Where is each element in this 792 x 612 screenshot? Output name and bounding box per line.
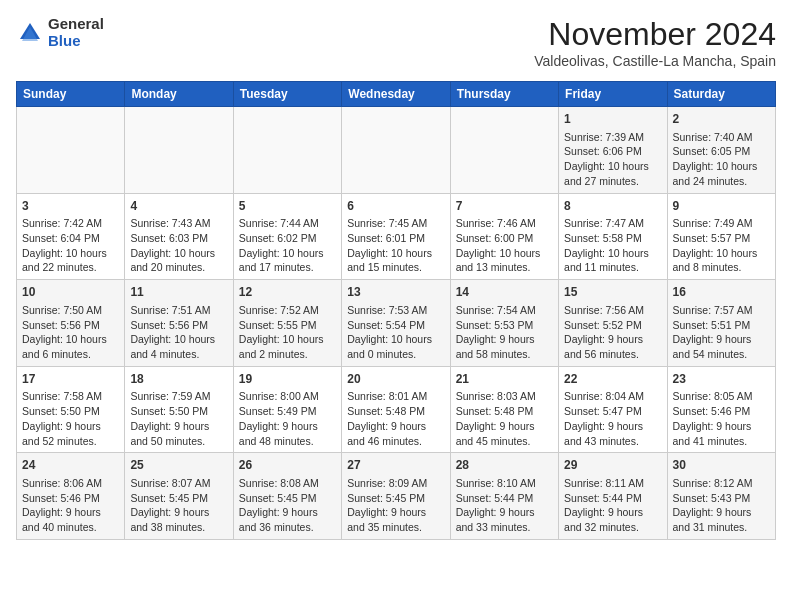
day-number: 21 [456, 371, 553, 388]
day-info: Sunrise: 8:06 AMSunset: 5:46 PMDaylight:… [22, 476, 119, 535]
calendar-header: SundayMondayTuesdayWednesdayThursdayFrid… [17, 82, 776, 107]
day-info: Sunrise: 8:11 AMSunset: 5:44 PMDaylight:… [564, 476, 661, 535]
calendar-cell: 17Sunrise: 7:58 AMSunset: 5:50 PMDayligh… [17, 366, 125, 453]
day-info: Sunrise: 7:43 AMSunset: 6:03 PMDaylight:… [130, 216, 227, 275]
calendar-cell [233, 107, 341, 194]
logo: General Blue [16, 16, 104, 49]
day-number: 25 [130, 457, 227, 474]
calendar-week-row: 24Sunrise: 8:06 AMSunset: 5:46 PMDayligh… [17, 453, 776, 540]
day-number: 16 [673, 284, 770, 301]
day-number: 11 [130, 284, 227, 301]
day-info: Sunrise: 7:50 AMSunset: 5:56 PMDaylight:… [22, 303, 119, 362]
calendar-cell: 22Sunrise: 8:04 AMSunset: 5:47 PMDayligh… [559, 366, 667, 453]
day-info: Sunrise: 7:51 AMSunset: 5:56 PMDaylight:… [130, 303, 227, 362]
day-info: Sunrise: 7:39 AMSunset: 6:06 PMDaylight:… [564, 130, 661, 189]
calendar-cell: 6Sunrise: 7:45 AMSunset: 6:01 PMDaylight… [342, 193, 450, 280]
day-info: Sunrise: 7:46 AMSunset: 6:00 PMDaylight:… [456, 216, 553, 275]
calendar-cell [450, 107, 558, 194]
calendar-cell: 10Sunrise: 7:50 AMSunset: 5:56 PMDayligh… [17, 280, 125, 367]
header-row: SundayMondayTuesdayWednesdayThursdayFrid… [17, 82, 776, 107]
day-number: 10 [22, 284, 119, 301]
calendar-cell: 14Sunrise: 7:54 AMSunset: 5:53 PMDayligh… [450, 280, 558, 367]
calendar-week-row: 10Sunrise: 7:50 AMSunset: 5:56 PMDayligh… [17, 280, 776, 367]
day-info: Sunrise: 7:57 AMSunset: 5:51 PMDaylight:… [673, 303, 770, 362]
day-info: Sunrise: 7:52 AMSunset: 5:55 PMDaylight:… [239, 303, 336, 362]
calendar-cell: 9Sunrise: 7:49 AMSunset: 5:57 PMDaylight… [667, 193, 775, 280]
day-number: 13 [347, 284, 444, 301]
day-info: Sunrise: 7:44 AMSunset: 6:02 PMDaylight:… [239, 216, 336, 275]
calendar-cell: 28Sunrise: 8:10 AMSunset: 5:44 PMDayligh… [450, 453, 558, 540]
day-number: 12 [239, 284, 336, 301]
day-number: 30 [673, 457, 770, 474]
day-of-week-header: Sunday [17, 82, 125, 107]
calendar-cell: 20Sunrise: 8:01 AMSunset: 5:48 PMDayligh… [342, 366, 450, 453]
day-number: 23 [673, 371, 770, 388]
day-info: Sunrise: 8:04 AMSunset: 5:47 PMDaylight:… [564, 389, 661, 448]
day-info: Sunrise: 7:56 AMSunset: 5:52 PMDaylight:… [564, 303, 661, 362]
calendar-cell: 23Sunrise: 8:05 AMSunset: 5:46 PMDayligh… [667, 366, 775, 453]
calendar-cell: 3Sunrise: 7:42 AMSunset: 6:04 PMDaylight… [17, 193, 125, 280]
day-info: Sunrise: 8:10 AMSunset: 5:44 PMDaylight:… [456, 476, 553, 535]
calendar-cell: 24Sunrise: 8:06 AMSunset: 5:46 PMDayligh… [17, 453, 125, 540]
calendar-cell: 1Sunrise: 7:39 AMSunset: 6:06 PMDaylight… [559, 107, 667, 194]
calendar-cell: 29Sunrise: 8:11 AMSunset: 5:44 PMDayligh… [559, 453, 667, 540]
day-number: 15 [564, 284, 661, 301]
calendar-cell: 15Sunrise: 7:56 AMSunset: 5:52 PMDayligh… [559, 280, 667, 367]
day-info: Sunrise: 8:01 AMSunset: 5:48 PMDaylight:… [347, 389, 444, 448]
day-number: 26 [239, 457, 336, 474]
day-number: 29 [564, 457, 661, 474]
page-header: General Blue November 2024 Valdeolivas, … [16, 16, 776, 69]
day-number: 5 [239, 198, 336, 215]
day-info: Sunrise: 7:53 AMSunset: 5:54 PMDaylight:… [347, 303, 444, 362]
day-info: Sunrise: 7:54 AMSunset: 5:53 PMDaylight:… [456, 303, 553, 362]
calendar-cell: 26Sunrise: 8:08 AMSunset: 5:45 PMDayligh… [233, 453, 341, 540]
calendar-cell [342, 107, 450, 194]
day-info: Sunrise: 8:05 AMSunset: 5:46 PMDaylight:… [673, 389, 770, 448]
day-info: Sunrise: 8:12 AMSunset: 5:43 PMDaylight:… [673, 476, 770, 535]
day-info: Sunrise: 7:45 AMSunset: 6:01 PMDaylight:… [347, 216, 444, 275]
calendar-cell [17, 107, 125, 194]
day-number: 7 [456, 198, 553, 215]
calendar-table: SundayMondayTuesdayWednesdayThursdayFrid… [16, 81, 776, 540]
calendar-cell: 11Sunrise: 7:51 AMSunset: 5:56 PMDayligh… [125, 280, 233, 367]
location-subtitle: Valdeolivas, Castille-La Mancha, Spain [534, 53, 776, 69]
day-number: 8 [564, 198, 661, 215]
calendar-cell: 21Sunrise: 8:03 AMSunset: 5:48 PMDayligh… [450, 366, 558, 453]
day-info: Sunrise: 7:49 AMSunset: 5:57 PMDaylight:… [673, 216, 770, 275]
calendar-cell: 2Sunrise: 7:40 AMSunset: 6:05 PMDaylight… [667, 107, 775, 194]
day-number: 3 [22, 198, 119, 215]
calendar-cell: 16Sunrise: 7:57 AMSunset: 5:51 PMDayligh… [667, 280, 775, 367]
day-of-week-header: Wednesday [342, 82, 450, 107]
day-info: Sunrise: 8:00 AMSunset: 5:49 PMDaylight:… [239, 389, 336, 448]
calendar-week-row: 3Sunrise: 7:42 AMSunset: 6:04 PMDaylight… [17, 193, 776, 280]
day-number: 17 [22, 371, 119, 388]
logo-text: General Blue [48, 16, 104, 49]
day-of-week-header: Thursday [450, 82, 558, 107]
calendar-cell: 7Sunrise: 7:46 AMSunset: 6:00 PMDaylight… [450, 193, 558, 280]
calendar-cell: 8Sunrise: 7:47 AMSunset: 5:58 PMDaylight… [559, 193, 667, 280]
calendar-cell: 4Sunrise: 7:43 AMSunset: 6:03 PMDaylight… [125, 193, 233, 280]
calendar-cell: 30Sunrise: 8:12 AMSunset: 5:43 PMDayligh… [667, 453, 775, 540]
logo-blue-label: Blue [48, 33, 104, 50]
day-number: 6 [347, 198, 444, 215]
day-number: 1 [564, 111, 661, 128]
day-number: 9 [673, 198, 770, 215]
calendar-cell: 13Sunrise: 7:53 AMSunset: 5:54 PMDayligh… [342, 280, 450, 367]
calendar-week-row: 1Sunrise: 7:39 AMSunset: 6:06 PMDaylight… [17, 107, 776, 194]
calendar-cell [125, 107, 233, 194]
day-number: 27 [347, 457, 444, 474]
day-of-week-header: Monday [125, 82, 233, 107]
day-info: Sunrise: 8:03 AMSunset: 5:48 PMDaylight:… [456, 389, 553, 448]
day-info: Sunrise: 8:08 AMSunset: 5:45 PMDaylight:… [239, 476, 336, 535]
day-of-week-header: Tuesday [233, 82, 341, 107]
day-info: Sunrise: 7:42 AMSunset: 6:04 PMDaylight:… [22, 216, 119, 275]
day-number: 20 [347, 371, 444, 388]
day-info: Sunrise: 8:09 AMSunset: 5:45 PMDaylight:… [347, 476, 444, 535]
calendar-cell: 12Sunrise: 7:52 AMSunset: 5:55 PMDayligh… [233, 280, 341, 367]
day-number: 2 [673, 111, 770, 128]
calendar-cell: 25Sunrise: 8:07 AMSunset: 5:45 PMDayligh… [125, 453, 233, 540]
calendar-cell: 5Sunrise: 7:44 AMSunset: 6:02 PMDaylight… [233, 193, 341, 280]
day-number: 19 [239, 371, 336, 388]
day-number: 28 [456, 457, 553, 474]
title-area: November 2024 Valdeolivas, Castille-La M… [534, 16, 776, 69]
